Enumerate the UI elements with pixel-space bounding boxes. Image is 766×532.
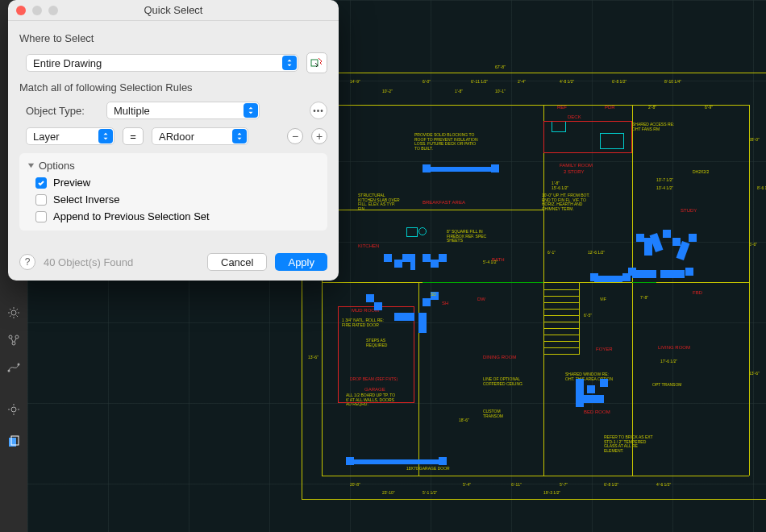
note-garage-door: 18X70 GARAGE DOOR <box>406 466 450 471</box>
dim-d27: 4'-6 1/2" <box>656 482 671 487</box>
dim-d8: 10'-2" <box>382 89 393 94</box>
rule-property-value: Layer <box>33 131 60 143</box>
note-ohc: DH2X2/2 <box>693 169 709 174</box>
append-selection-checkbox[interactable] <box>35 211 47 222</box>
dim-vif: VIF <box>600 297 606 301</box>
chevron-updown-icon <box>98 129 113 143</box>
where-to-select-dropdown[interactable]: Entire Drawing <box>26 54 298 72</box>
object-type-value: Multiple <box>114 105 150 117</box>
note-trans: OPT TRANSOM <box>652 383 689 388</box>
select-inverse-checkbox[interactable] <box>35 194 47 206</box>
dim-d3: 6'-11 1/2" <box>471 79 488 84</box>
dim-d16: 13'-7 1/2" <box>656 177 673 182</box>
svg-point-2 <box>15 335 19 339</box>
note-blocking: PROVIDE SOLID BLOCKING TO ROOF TO PREVEN… <box>414 133 479 151</box>
dim-r1: 6'-6" <box>749 242 757 247</box>
dim-foyer-v: 6'-5" <box>584 313 592 318</box>
svg-point-3 <box>12 342 15 345</box>
apply-button[interactable]: Apply <box>275 253 327 271</box>
sheet-set-icon[interactable] <box>6 435 21 448</box>
object-type-label: Object Type: <box>26 105 98 117</box>
dim-right-overall: 8'-6 1/2" <box>757 185 766 190</box>
label-front: BED ROOM <box>584 409 610 414</box>
dialog-footer: ? 40 Object(s) Found Cancel Apply <box>8 253 339 281</box>
branch-icon[interactable] <box>6 334 21 347</box>
rule-property-dropdown[interactable]: Layer <box>26 127 114 145</box>
dim-d7: 8'-10 1/4" <box>664 79 681 84</box>
label-dw: DW <box>477 297 485 301</box>
dim-d24: 23'-10" <box>382 490 395 495</box>
svg-point-1 <box>9 335 12 339</box>
svg-point-6 <box>11 407 16 412</box>
pick-objects-button[interactable] <box>306 52 327 73</box>
close-window-button[interactable] <box>16 6 26 15</box>
select-inverse-label: Select Inverse <box>53 193 119 206</box>
note-dh: 10'-0" UP. HT. FROM BOT. END TO FIN FL. … <box>542 193 598 211</box>
dim-d26: 6'-8 1/2" <box>604 482 618 487</box>
dim-d1: 14'-9" <box>350 79 360 84</box>
label-family: FAMILY ROOM <box>560 163 593 168</box>
preview-label: Preview <box>53 177 90 189</box>
label-ref: REF <box>557 105 567 110</box>
floor-plan: 67'-8" 14'-9" 6'-0" 6'-11 1/2" 2'-4" 4'-… <box>302 73 766 500</box>
note-fireplace: 8" SQUARE FILL IN FIREBOX REF. SPEC SHEE… <box>447 230 495 243</box>
remove-rule-button[interactable]: − <box>287 128 303 144</box>
dim-d28: 19'-3 1/2" <box>543 490 560 495</box>
label-living: LIVING ROOM <box>658 345 690 350</box>
dim-d5: 4'-8 1/2" <box>560 79 574 84</box>
quick-select-dialog: Quick Select Where to Select Entire Draw… <box>8 0 339 281</box>
options-disclosure[interactable]: Options <box>27 160 319 172</box>
dim-foyer-w: 17'-6 1/2" <box>660 359 677 364</box>
dim-d22: 6'-11" <box>511 482 522 487</box>
curve-icon[interactable] <box>6 361 21 374</box>
dim-d2: 6'-0" <box>423 79 431 84</box>
dim-d21: 5'-4" <box>463 482 471 487</box>
label-study: STUDY <box>681 208 697 213</box>
dim-sd: SD <box>431 292 436 297</box>
options-group: Options Preview Select Inverse Append to… <box>19 153 327 231</box>
note-coffered: LINE OF OPTIONAL COFFERED CEILING <box>483 377 527 386</box>
dim-top-overall: 67'-8" <box>495 64 506 69</box>
settings-icon[interactable] <box>6 306 21 319</box>
label-dining: DINING ROOM <box>483 355 516 360</box>
append-selection-label: Append to Previous Selection Set <box>53 210 210 222</box>
dim-d19: 12'-6 1/2" <box>588 250 605 255</box>
zoom-window-button[interactable] <box>48 6 58 15</box>
minimize-window-button[interactable] <box>32 6 42 15</box>
dim-d10: 10'-1" <box>495 89 506 94</box>
note-tempered: REFER TO BRICK AS EXT STD-1 / 2" TEMPERE… <box>604 435 656 453</box>
svg-rect-9 <box>311 60 318 66</box>
rule-value-value: ARdoor <box>159 131 194 143</box>
note-hall-opt: SHARED WINDOW RE: OHT. THIS AREA OPTION <box>565 372 618 381</box>
rule-value-dropdown[interactable]: ARdoor <box>152 127 248 145</box>
note-shared: SHARED ACCESS RE: OHT FANS RM <box>632 123 676 131</box>
chevron-updown-icon <box>232 129 247 143</box>
add-rule-button[interactable]: + <box>311 128 327 144</box>
svg-point-0 <box>11 310 16 315</box>
preview-checkbox[interactable] <box>35 177 47 189</box>
label-breakfast: BREAKFAST AREA <box>423 200 465 205</box>
note-custom: CUSTOM TRANSOM <box>483 409 519 418</box>
chevron-updown-icon <box>282 56 297 70</box>
dim-d20: 20'-8" <box>350 482 360 487</box>
label-deck: DECK <box>568 114 581 119</box>
dialog-titlebar[interactable]: Quick Select <box>8 0 339 21</box>
svg-point-5 <box>18 364 20 366</box>
dim-d13: 1'-8" <box>552 181 560 185</box>
object-type-dropdown[interactable]: Multiple <box>106 102 260 119</box>
settings-icon-2[interactable] <box>6 403 21 416</box>
cancel-button[interactable]: Cancel <box>207 253 267 271</box>
dim-v78: 7'-8" <box>640 295 648 300</box>
dim-l2: 13'-6" <box>308 355 318 360</box>
chevron-updown-icon <box>244 103 258 118</box>
note-struct: STRUCTURAL KITCHEN SLAB OVER FILL. ELEV.… <box>358 193 402 211</box>
more-options-button[interactable]: ••• <box>310 102 327 119</box>
label-pdr: PDR <box>605 105 615 110</box>
dim-d11: 15'-6 1/2" <box>552 185 568 190</box>
rule-operator-dropdown[interactable]: = <box>123 127 144 145</box>
objects-found-text: 40 Object(s) Found <box>44 256 199 268</box>
dim-set: 18'-6" <box>459 418 469 422</box>
label-family-sub: 2 STORY <box>564 169 584 174</box>
help-button[interactable]: ? <box>19 254 35 270</box>
apply-label: Apply <box>288 256 314 268</box>
